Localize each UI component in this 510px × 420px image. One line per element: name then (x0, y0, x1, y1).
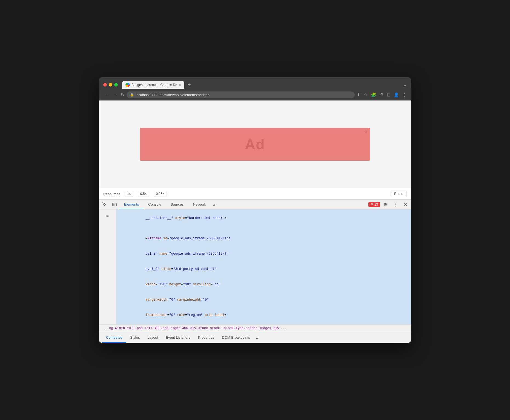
minimize-button[interactable] (109, 83, 112, 87)
html-line-7: frameborder="0" role="region" aria-label… (116, 307, 411, 323)
tab-sources[interactable]: Sources (166, 200, 188, 209)
html-line-5: width="728" height="90" scrolling="no" (116, 277, 411, 292)
lock-icon: 🔒 (130, 93, 134, 97)
devtools-panel: Elements Console Sources Network » ✕ 13 … (99, 199, 411, 343)
active-tab[interactable]: Badges reference - Chrome De × (122, 81, 184, 89)
tab-favicon (125, 83, 130, 87)
browser-toolbar-icons: ⬆ ☆ 🧩 ⚗ ⊟ 👤 ⋮ (357, 92, 407, 97)
tab-styles[interactable]: Styles (126, 333, 144, 343)
profile-icon[interactable]: 👤 (394, 92, 399, 97)
tab-close-icon[interactable]: × (179, 83, 181, 87)
traffic-lights (103, 83, 118, 87)
title-bar: Badges reference - Chrome De × + ⌄ (99, 77, 411, 89)
new-tab-button[interactable]: + (185, 80, 193, 89)
breadcrumb-item-1[interactable]: ng.width-full.pad-left-400.pad-right-400 (109, 326, 188, 330)
svg-rect-1 (113, 204, 115, 206)
devtools-more-menu-icon[interactable]: ⋮ (391, 200, 400, 209)
demo-toolbar: Resources 1× 0.5× 0.25× Rerun (99, 188, 411, 199)
tab-properties[interactable]: Properties (194, 333, 218, 343)
page-content: ✕ Ad (99, 100, 411, 188)
tab-elements[interactable]: Elements (120, 200, 143, 209)
reload-button[interactable]: ↻ (121, 92, 124, 97)
flask-icon[interactable]: ⚗ (380, 92, 383, 97)
rerun-button[interactable]: Rerun (391, 191, 407, 197)
devtools-settings-icon[interactable]: ⚙ (381, 200, 390, 209)
html-panel[interactable]: __container__" style="border: 0pt none;"… (116, 209, 411, 324)
breadcrumb-item-2[interactable]: div.stack.stack--block.type.center-image… (190, 326, 271, 330)
tab-network[interactable]: Network (189, 200, 211, 209)
forward-button[interactable]: → (112, 91, 119, 98)
html-line-2: ▶<iframe id="google_ads_iframe_/6355419/… (116, 231, 411, 246)
zoom-1x-button[interactable]: 1× (125, 191, 133, 197)
html-line-8: "Advertisement" tabindex="0" allow="attr… (116, 323, 411, 324)
html-attr-style: style (175, 216, 185, 220)
url-text: localhost:8080/docs/devtools/elements/ba… (136, 93, 210, 97)
ad-container: ✕ Ad (140, 128, 370, 161)
left-panel-ellipsis: ••• (103, 212, 112, 220)
zoom-025x-button[interactable]: 0.25× (154, 191, 167, 197)
error-badge: ✕ 13 (368, 202, 380, 207)
tab-dom-breakpoints[interactable]: DOM Breakpoints (218, 333, 254, 343)
browser-window: Badges reference - Chrome De × + ⌄ ← → ↻… (99, 77, 411, 343)
bookmark-icon[interactable]: ☆ (364, 92, 368, 97)
tab-layout[interactable]: Layout (144, 333, 162, 343)
html-text-1: __container__" (142, 216, 175, 220)
element-selector-icon[interactable] (100, 200, 109, 209)
html-line-3: vel_0" name="google_ads_iframe_/6355419/… (116, 246, 411, 261)
devtools-left-panel: ••• (99, 209, 116, 324)
breadcrumb-item-3[interactable]: div (273, 326, 279, 330)
tab-menu-icon[interactable]: ⌄ (403, 83, 407, 87)
devtools-close-button[interactable]: ✕ (401, 200, 410, 209)
html-line-1: __container__" style="border: 0pt none;"… (116, 211, 411, 231)
zoom-05x-button[interactable]: 0.5× (138, 191, 149, 197)
ad-label: Ad (245, 136, 265, 153)
devtools-breadcrumb: ... ng.width-full.pad-left-400.pad-right… (99, 324, 411, 332)
error-count: 13 (374, 203, 378, 206)
breadcrumb-ellipsis-right: ... (280, 326, 286, 330)
extension-icon[interactable]: 🧩 (371, 92, 376, 97)
url-bar[interactable]: 🔒 localhost:8080/docs/devtools/elements/… (127, 91, 355, 98)
tab-console[interactable]: Console (144, 200, 166, 209)
devtools-main: ••• __container__" style="border: 0pt no… (99, 209, 411, 324)
split-screen-icon[interactable]: ⊟ (387, 92, 390, 97)
maximize-button[interactable] (114, 83, 118, 87)
tab-area: Badges reference - Chrome De × + (122, 80, 401, 89)
tab-title: Badges reference - Chrome De (131, 83, 177, 87)
tab-computed[interactable]: Computed (102, 333, 126, 343)
more-bottom-tabs-button[interactable]: » (254, 332, 261, 343)
back-button[interactable]: ← (103, 91, 110, 98)
devtools-tabs: Elements Console Sources Network » ✕ 13 … (99, 200, 411, 209)
ad-close-icon[interactable]: ✕ (365, 130, 368, 134)
more-menu-icon[interactable]: ⋮ (402, 92, 407, 97)
error-icon: ✕ (371, 203, 373, 206)
svg-rect-0 (113, 203, 116, 206)
share-icon[interactable]: ⬆ (357, 92, 360, 97)
device-toolbar-icon[interactable] (110, 200, 119, 209)
html-line-4: avel_0" title="3rd party ad content" (116, 261, 411, 277)
tab-event-listeners[interactable]: Event Listeners (162, 333, 194, 343)
breadcrumb-ellipsis-left: ... (102, 326, 108, 330)
resources-label: Resources (103, 192, 120, 196)
address-bar: ← → ↻ 🔒 localhost:8080/docs/devtools/ele… (99, 89, 411, 100)
devtools-bottom-tabs: Computed Styles Layout Event Listeners P… (99, 332, 411, 343)
close-button[interactable] (103, 83, 107, 87)
html-line-6: marginwidth="0" marginheight="0" (116, 292, 411, 307)
more-tabs-button[interactable]: » (211, 200, 217, 209)
